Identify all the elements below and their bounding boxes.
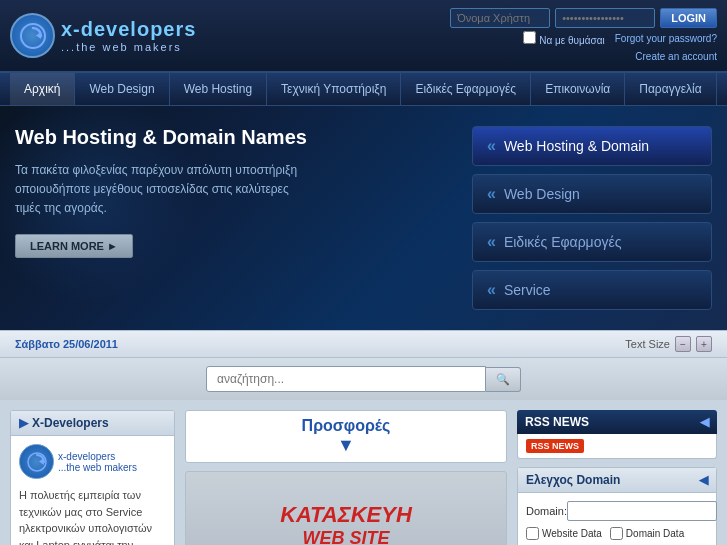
hero-section: Web Hosting & Domain Names Τα πακέτα φιλ… (0, 106, 727, 330)
search-icon: 🔍 (496, 373, 510, 385)
domain-text-input[interactable] (567, 501, 717, 521)
domain-data-option[interactable]: Domain Data (610, 527, 684, 540)
text-size-controls: Text Size − + (625, 336, 712, 352)
chevron-left-icon-2: « (487, 233, 496, 251)
domain-widget: Ελεγχος Domain ◀ Domain: Website Data Do… (517, 467, 717, 545)
status-bar: Σάββατο 25/06/2011 Text Size − + (0, 330, 727, 358)
x-dev-name: x-developers (58, 451, 137, 462)
search-input[interactable] (206, 366, 486, 392)
widget-title: X-Developers (32, 416, 109, 430)
x-dev-logo-text: x-developers ...the web makers (58, 451, 137, 473)
domain-label: Domain: (526, 505, 567, 517)
header: x-developers ...the web makers LOGIN Να … (0, 0, 727, 73)
widget-body: x-developers ...the web makers Η πολυετή… (11, 436, 174, 545)
learn-more-button[interactable]: LEARN MORE (15, 234, 133, 258)
login-row: LOGIN (450, 8, 717, 28)
nav-item-webdesign[interactable]: Web Design (75, 73, 169, 105)
website-data-option[interactable]: Website Data (526, 527, 602, 540)
x-dev-tagline: ...the web makers (58, 462, 137, 473)
rss-badge: RSS NEWS (526, 439, 584, 453)
domain-header: Ελεγχος Domain ◀ (518, 468, 716, 493)
rss-widget: RSS NEWS ◀ RSS NEWS (517, 410, 717, 459)
center-column: Προσφορές ▼ ΚΑΤΑΣΚΕΥΗ WEB SITE ΟΧΙ ΑΠΟ Α… (185, 410, 507, 545)
banner-line2: WEB SITE (280, 528, 412, 546)
remember-label[interactable]: Να με θυμάσαι (523, 31, 604, 46)
domain-data-checkbox[interactable] (610, 527, 623, 540)
hero-menu-item-3[interactable]: « Service (472, 270, 712, 310)
logo-sub-title: ...the web makers (61, 41, 196, 53)
hero-left: Web Hosting & Domain Names Τα πακέτα φιλ… (15, 126, 472, 310)
hero-menu-item-2[interactable]: « Ειδικές Εφαρμογές (472, 222, 712, 262)
hero-title: Web Hosting & Domain Names (15, 126, 452, 149)
x-developers-widget: ▶ X-Developers x-developers ...the web m… (10, 410, 175, 545)
nav-item-webhosting[interactable]: Web Hosting (170, 73, 267, 105)
forgot-password-link[interactable]: Forgot your password? (615, 33, 717, 44)
domain-options: Website Data Domain Data (526, 527, 708, 540)
promo-header: Προσφορές ▼ (185, 410, 507, 463)
nav-item-support[interactable]: Τεχνική Υποστήριξη (267, 73, 401, 105)
logo-main-title: x-developers (61, 18, 196, 41)
chevron-left-icon-0: « (487, 137, 496, 155)
hero-menu-item-1[interactable]: « Web Design (472, 174, 712, 214)
rss-title: RSS NEWS (525, 415, 589, 429)
widget-arrow-icon: ▶ (19, 416, 28, 430)
remember-checkbox[interactable] (523, 31, 536, 44)
domain-title: Ελεγχος Domain (526, 473, 620, 487)
hero-description: Τα πακέτα φιλοξενίας παρέχουν απόλυτη υπ… (15, 161, 315, 219)
domain-data-label: Domain Data (626, 528, 684, 539)
create-account-link[interactable]: Create an account (635, 51, 717, 62)
domain-arrow-icon: ◀ (699, 473, 708, 487)
password-input[interactable] (555, 8, 655, 28)
logo-text: x-developers ...the web makers (61, 18, 196, 53)
left-column: ▶ X-Developers x-developers ...the web m… (10, 410, 175, 545)
svg-marker-1 (36, 32, 41, 39)
domain-body: Domain: Website Data Domain Data Go (518, 493, 716, 545)
promo-arrow-icon: ▼ (196, 435, 496, 456)
remember-row: Να με θυμάσαι Forgot your password? (523, 31, 717, 46)
nav-item-contact[interactable]: Επικοινωνία (531, 73, 625, 105)
login-area: LOGIN Να με θυμάσαι Forgot your password… (450, 8, 717, 63)
search-input-wrap: 🔍 (206, 366, 521, 392)
rss-header: RSS NEWS ◀ (517, 410, 717, 434)
hero-menu-item-0[interactable]: « Web Hosting & Domain (472, 126, 712, 166)
chevron-left-icon-1: « (487, 185, 496, 203)
website-data-label: Website Data (542, 528, 602, 539)
promo-title: Προσφορές (196, 417, 496, 435)
x-dev-logo-icon (19, 444, 54, 479)
nav-item-home[interactable]: Αρχική (10, 73, 75, 105)
banner-text: ΚΑΤΑΣΚΕΥΗ WEB SITE ΟΧΙ ΑΠΟ ΑΛΛΑ ΜΕ 550€! (280, 502, 412, 546)
hero-right: « Web Hosting & Domain « Web Design « Ει… (472, 126, 712, 310)
search-bar: 🔍 (0, 358, 727, 400)
right-column: RSS NEWS ◀ RSS NEWS Ελεγχος Domain ◀ Dom… (517, 410, 717, 545)
rss-body: RSS NEWS (517, 434, 717, 459)
promo-banner: ΚΑΤΑΣΚΕΥΗ WEB SITE ΟΧΙ ΑΠΟ ΑΛΛΑ ΜΕ 550€! (185, 471, 507, 545)
nav-item-special[interactable]: Ειδικές Εφαρμογές (401, 73, 531, 105)
website-data-checkbox[interactable] (526, 527, 539, 540)
nav-bar: Αρχική Web Design Web Hosting Τεχνική Υπ… (0, 73, 727, 106)
text-size-increase-button[interactable]: + (696, 336, 712, 352)
logo-icon (10, 13, 55, 58)
search-button[interactable]: 🔍 (486, 367, 521, 392)
login-button[interactable]: LOGIN (660, 8, 717, 28)
domain-input-row: Domain: (526, 501, 708, 521)
chevron-left-icon-3: « (487, 281, 496, 299)
date-text: Σάββατο 25/06/2011 (15, 338, 118, 350)
banner-line1: ΚΑΤΑΣΚΕΥΗ (280, 502, 412, 528)
nav-item-order[interactable]: Παραγγελία (625, 73, 716, 105)
rss-arrow-icon: ◀ (700, 415, 709, 429)
username-input[interactable] (450, 8, 550, 28)
widget-header: ▶ X-Developers (11, 411, 174, 436)
text-size-label: Text Size (625, 338, 670, 350)
x-dev-logo: x-developers ...the web makers (19, 444, 166, 479)
main-content: ▶ X-Developers x-developers ...the web m… (0, 400, 727, 545)
svg-marker-3 (39, 458, 44, 465)
widget-description: Η πολυετής εμπειρία των τεχνικών μας στο… (19, 487, 166, 545)
logo-area: x-developers ...the web makers (10, 13, 196, 58)
text-size-decrease-button[interactable]: − (675, 336, 691, 352)
